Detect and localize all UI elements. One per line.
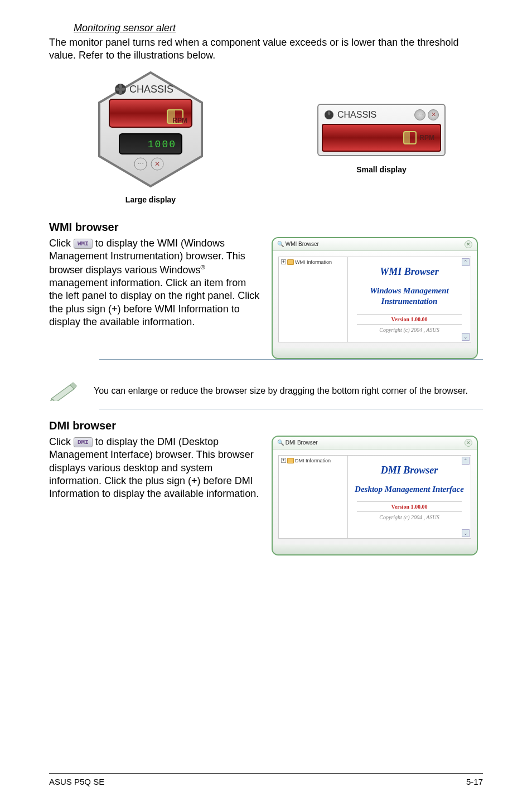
wmi-browser-window: 🔍 WMI Browser ✕ + WMI Information ⌃ WMI … — [272, 237, 478, 359]
close-icon[interactable]: ✕ — [465, 439, 472, 447]
monitoring-sensor-alert-heading: Monitoring sensor alert — [49, 22, 483, 34]
scroll-down-icon[interactable]: ⌄ — [462, 333, 470, 341]
footer-left: ASUS P5Q SE — [49, 777, 104, 786]
large-display-panel: CHASSIS RPM 1000 ⋯ ✕ — [89, 68, 212, 191]
close-icon-large[interactable]: ✕ — [151, 158, 163, 170]
dmi-browser-window: 🔍 DMI Browser ✕ + DMI Information ⌃ DMI … — [272, 436, 478, 555]
rpm-indicator-icon — [403, 131, 417, 145]
folder-icon — [287, 458, 294, 463]
large-display-column: CHASSIS RPM 1000 ⋯ ✕ Large display — [49, 68, 252, 204]
registered-mark: ® — [201, 264, 205, 270]
dmi-tree-node[interactable]: DMI Information — [295, 458, 331, 463]
chassis-title-large: CHASSIS — [129, 84, 173, 95]
svg-text:⋯: ⋯ — [138, 161, 144, 167]
config-icon-small[interactable]: ⋯ — [414, 109, 425, 120]
note-divider-top — [99, 359, 483, 360]
display-examples: CHASSIS RPM 1000 ⋯ ✕ Large display — [49, 68, 483, 204]
folder-icon — [287, 259, 294, 265]
dmi-button[interactable]: DMI — [74, 437, 93, 447]
dmi-content-panel: ⌃ DMI Browser Desktop Management Interfa… — [348, 455, 471, 539]
scroll-up-icon[interactable]: ⌃ — [462, 258, 470, 266]
wmi-section-title: WMI browser — [49, 221, 483, 234]
dmi-section-title: DMI browser — [49, 419, 483, 432]
note-text: You can enlarge or reduce the browser si… — [94, 385, 483, 397]
page-footer: ASUS P5Q SE 5-17 — [49, 773, 483, 786]
wmi-tree-node[interactable]: WMI Information — [295, 259, 332, 265]
config-icon-large[interactable]: ⋯ — [134, 158, 147, 170]
wmi-content-subtitle: Windows Management Instrumentation — [351, 286, 467, 307]
large-display-caption: Large display — [125, 195, 176, 204]
expand-icon[interactable]: + — [281, 259, 286, 264]
rpm-label-large: RPM — [172, 117, 187, 124]
pencil-icon — [49, 381, 79, 401]
svg-rect-11 — [404, 132, 410, 144]
resize-grip[interactable] — [273, 348, 477, 358]
monitoring-sensor-alert-body: The monitor panel turns red when a compo… — [49, 36, 483, 62]
rpm-label-small: RPM — [419, 134, 434, 142]
note-divider-bottom — [99, 409, 483, 409]
expand-icon[interactable]: + — [281, 458, 286, 463]
dmi-paragraph: Click DMI to display the DMI (Desktop Ma… — [49, 436, 260, 501]
wmi-window-title: 🔍 WMI Browser — [277, 241, 319, 247]
dmi-content-subtitle: Desktop Management Interface — [351, 484, 467, 495]
small-display-caption: Small display — [356, 165, 406, 174]
svg-text:✕: ✕ — [154, 160, 160, 168]
dmi-tree-panel[interactable]: + DMI Information — [278, 455, 348, 539]
footer-page-number: 5-17 — [466, 777, 483, 786]
resize-grip[interactable] — [273, 544, 477, 554]
dmi-version: Version 1.00.00 — [357, 501, 462, 512]
scroll-up-icon[interactable]: ⌃ — [462, 457, 470, 465]
note-callout: You can enlarge or reduce the browser si… — [49, 375, 483, 407]
chassis-title-small: CHASSIS — [337, 110, 376, 120]
small-red-bar: RPM — [322, 124, 441, 152]
small-display-panel: CHASSIS ⋯ ✕ RPM — [317, 104, 446, 156]
dmi-window-title: 🔍 DMI Browser — [277, 439, 318, 446]
wmi-content-panel: ⌃ WMI Browser Windows Management Instrum… — [348, 257, 471, 342]
wmi-content-title: WMI Browser — [351, 266, 467, 278]
scroll-down-icon[interactable]: ⌄ — [462, 529, 470, 537]
fan-icon — [115, 84, 126, 95]
wmi-version: Version 1.00.00 — [357, 314, 462, 325]
fan-icon — [324, 110, 334, 120]
dmi-copyright: Copyright (c) 2004 , ASUS — [351, 514, 467, 520]
wmi-tree-panel[interactable]: + WMI Information — [278, 257, 348, 342]
small-display-column: CHASSIS ⋯ ✕ RPM Small display — [280, 104, 483, 174]
close-icon-small[interactable]: ✕ — [428, 109, 439, 120]
lower-value: 1000 — [148, 139, 176, 150]
wmi-button[interactable]: WMI — [74, 239, 93, 249]
dmi-content-title: DMI Browser — [351, 465, 467, 476]
wmi-copyright: Copyright (c) 2004 , ASUS — [351, 327, 467, 333]
wmi-paragraph: Click WMI to display the WMI (Windows Ma… — [49, 237, 260, 329]
close-icon[interactable]: ✕ — [465, 240, 472, 248]
